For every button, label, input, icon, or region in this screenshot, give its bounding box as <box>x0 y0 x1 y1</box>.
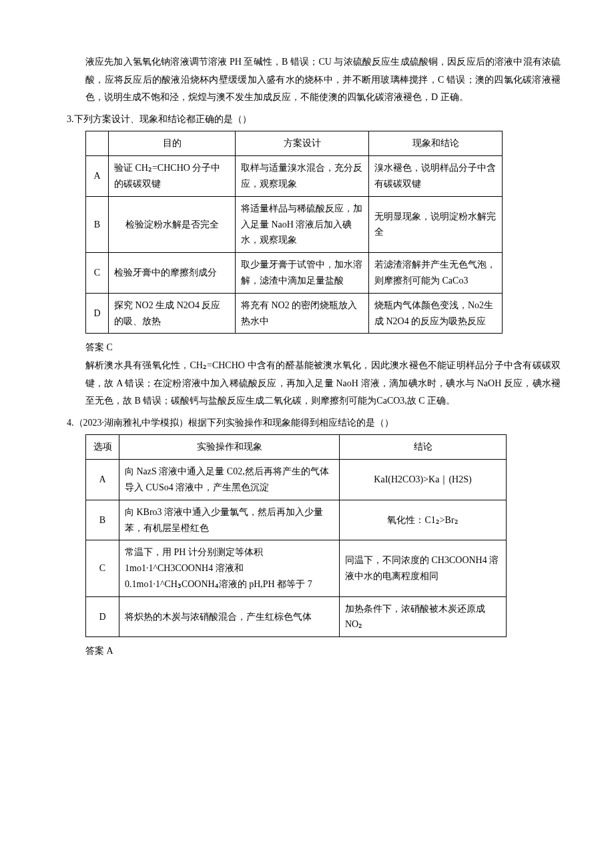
q4-a-op: 向 NazS 溶液中通入足量 C02,然后再将产生的气体导入 CUSo4 溶液中… <box>119 460 340 500</box>
q3-c-opt: C <box>86 253 109 294</box>
q4-answer-block: 答案 A <box>67 642 561 661</box>
q4-c-opt: C <box>86 540 119 596</box>
q4-c-concl: 同温下，不同浓度的 CH3COONH4 溶液中水的电离程度相同 <box>340 540 507 596</box>
q3-explain: 解析澳水具有强氧化性，CH₂=CHCHO 中含有的醛基能被澳水氧化，因此澳水褪色… <box>85 357 561 410</box>
q4-b-opt: B <box>86 500 119 540</box>
q3-d-result: 烧瓶内气体颜色变浅，No2生成 N2O4 的反应为吸热反应 <box>369 293 503 334</box>
q3-d-plan: 将充有 NO2 的密闭烧瓶放入热水中 <box>236 293 369 334</box>
q3-b-result: 无明显现象，说明淀粉水解完全 <box>369 196 503 252</box>
table-row: A 验证 CH₂=CHCHO 分子中的碳碳双键 取样与适量溴水混合，充分反应，观… <box>86 156 503 197</box>
q3-h2: 方案设计 <box>236 131 369 156</box>
q3-stem: 3.下列方案设计、现象和结论都正确的是（） <box>67 111 561 129</box>
q3-c-purpose: 检验牙膏中的摩擦剂成分 <box>109 253 236 294</box>
q3-a-opt: A <box>86 156 109 197</box>
q3-b-plan: 将适量样品与稀硫酸反应，加入足量 NaoH 溶液后加入碘水，观察现象 <box>236 196 369 252</box>
q3-h1: 目的 <box>109 131 236 156</box>
q4-b-concl: 氧化性：C1₂>Br₂ <box>340 500 507 540</box>
table-row: D 将炽热的木炭与浓硝酸混合，产生红棕色气体 加热条件下，浓硝酸被木炭还原成NO… <box>86 596 507 637</box>
q4-b-op: 向 KBro3 溶液中通入少量氯气，然后再加入少量苯，有机层呈橙红色 <box>119 500 340 540</box>
table-row: C 常温下，用 PH 计分别测定等体积1mo1·1^CH3COONH4 溶液和0… <box>86 540 507 596</box>
table-row: C 检验牙膏中的摩擦剂成分 取少量牙膏于试管中，加水溶解，滤渣中滴加足量盐酸 若… <box>86 253 503 294</box>
q3-a-plan: 取样与适量溴水混合，充分反应，观察现象 <box>236 156 369 197</box>
q4-answer: 答案 A <box>85 642 561 661</box>
q3-table: 目的 方案设计 现象和结论 A 验证 CH₂=CHCHO 分子中的碳碳双键 取样… <box>85 131 503 334</box>
q3-answer: 答案 C <box>85 339 561 357</box>
q3-b-opt: B <box>86 196 109 252</box>
q4-d-op: 将炽热的木炭与浓硝酸混合，产生红棕色气体 <box>119 596 340 637</box>
table-row: B 向 KBro3 溶液中通入少量氯气，然后再加入少量苯，有机层呈橙红色 氧化性… <box>86 500 507 540</box>
q4-a-concl: KaI(H2CO3)>Ka｜(H2S) <box>340 460 507 500</box>
q4-stem: 4.（2023·湖南雅礼中学模拟）根据下列实验操作和现象能得到相应结论的是（） <box>67 414 561 432</box>
q4-h0: 选项 <box>86 435 119 460</box>
q3-h3: 现象和结论 <box>369 131 503 156</box>
q4-c-op: 常温下，用 PH 计分别测定等体积1mo1·1^CH3COONH4 溶液和0.1… <box>119 540 340 596</box>
intro-paragraph: 液应先加入氢氧化钠溶液调节溶液 PH 至碱性，B 错误；CU 与浓硫酸反应生成硫… <box>67 53 561 107</box>
table-row: D 探究 NO2 生成 N2O4 反应的吸、放热 将充有 NO2 的密闭烧瓶放入… <box>86 293 503 334</box>
q3-c-result: 若滤渣溶解并产生无色气泡，则摩擦剂可能为 CaCo3 <box>369 253 503 294</box>
q4-d-opt: D <box>86 596 119 637</box>
q3-a-purpose: 验证 CH₂=CHCHO 分子中的碳碳双键 <box>109 156 236 197</box>
table-row: A 向 NazS 溶液中通入足量 C02,然后再将产生的气体导入 CUSo4 溶… <box>86 460 507 500</box>
q4-d-concl: 加热条件下，浓硝酸被木炭还原成NO₂ <box>340 596 507 637</box>
q3-d-opt: D <box>86 293 109 334</box>
table-row: B 检验淀粉水解是否完全 将适量样品与稀硫酸反应，加入足量 NaoH 溶液后加入… <box>86 196 503 252</box>
q4-table: 选项 实验操作和现象 结论 A 向 NazS 溶液中通入足量 C02,然后再将产… <box>85 434 507 637</box>
q4-header-row: 选项 实验操作和现象 结论 <box>86 435 507 460</box>
q3-b-purpose: 检验淀粉水解是否完全 <box>109 196 236 252</box>
q3-c-plan: 取少量牙膏于试管中，加水溶解，滤渣中滴加足量盐酸 <box>236 253 369 294</box>
q3-answer-block: 答案 C 解析澳水具有强氧化性，CH₂=CHCHO 中含有的醛基能被澳水氧化，因… <box>67 339 561 410</box>
q4-a-opt: A <box>86 460 119 500</box>
q3-a-result: 溴水褪色，说明样品分子中含有碳碳双键 <box>369 156 503 197</box>
q3-header-row: 目的 方案设计 现象和结论 <box>86 131 503 156</box>
q4-h2: 结论 <box>340 435 507 460</box>
q4-h1: 实验操作和现象 <box>119 435 340 460</box>
q3-h0 <box>86 131 109 156</box>
q3-d-purpose: 探究 NO2 生成 N2O4 反应的吸、放热 <box>109 293 236 334</box>
